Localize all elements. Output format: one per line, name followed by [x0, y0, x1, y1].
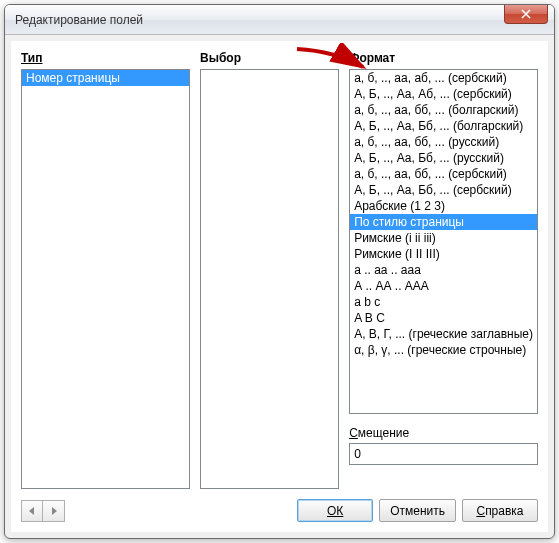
- format-listbox[interactable]: а, б, .., аа, аб, ... (сербский)А, Б, ..…: [349, 69, 538, 414]
- list-item[interactable]: а .. аа .. ааа: [350, 262, 537, 278]
- prev-button[interactable]: [21, 500, 43, 522]
- type-column: Тип Номер страницы: [21, 51, 190, 489]
- footer: ОК Отменить Справка: [21, 499, 538, 522]
- offset-label: Смещение: [349, 426, 538, 440]
- list-item[interactable]: Номер страницы: [22, 70, 189, 86]
- list-item[interactable]: a b c: [350, 294, 537, 310]
- list-item[interactable]: а, б, .., аа, бб, ... (русский): [350, 134, 537, 150]
- dialog-window: Редактирование полей Тип Номер страницы …: [4, 4, 555, 539]
- list-item[interactable]: α, β, γ, ... (греческие строчные): [350, 342, 537, 358]
- list-item[interactable]: а, б, .., аа, бб, ... (сербский): [350, 166, 537, 182]
- help-button[interactable]: Справка: [462, 499, 538, 522]
- titlebar: Редактирование полей: [5, 5, 554, 35]
- format-label: Формат: [349, 51, 538, 65]
- type-label: Тип: [21, 51, 190, 65]
- list-item[interactable]: Римские (I II III): [350, 246, 537, 262]
- list-item[interactable]: А, В, Г, ... (греческие заглавные): [350, 326, 537, 342]
- close-icon: [521, 9, 531, 19]
- close-button[interactable]: [504, 5, 548, 24]
- list-item[interactable]: а, б, .., аа, бб, ... (болгарский): [350, 102, 537, 118]
- list-item[interactable]: A B C: [350, 310, 537, 326]
- list-item[interactable]: А .. АА .. ААА: [350, 278, 537, 294]
- format-column: Формат а, б, .., аа, аб, ... (сербский)А…: [349, 51, 538, 489]
- select-label: Выбор: [200, 51, 339, 65]
- cancel-button[interactable]: Отменить: [379, 499, 456, 522]
- list-item[interactable]: А, Б, .., Аа, Бб, ... (болгарский): [350, 118, 537, 134]
- list-item[interactable]: А, Б, .., Аа, Бб, ... (русский): [350, 150, 537, 166]
- select-column: Выбор: [200, 51, 339, 489]
- list-item[interactable]: Арабские (1 2 3): [350, 198, 537, 214]
- triangle-right-icon: [50, 506, 58, 516]
- list-item[interactable]: Римские (i ii iii): [350, 230, 537, 246]
- type-listbox[interactable]: Номер страницы: [21, 69, 190, 489]
- nav-buttons: [21, 500, 65, 522]
- next-button[interactable]: [43, 500, 65, 522]
- offset-row: Смещение: [349, 426, 538, 465]
- ok-button[interactable]: ОК: [297, 499, 373, 522]
- window-title: Редактирование полей: [15, 13, 143, 27]
- select-listbox[interactable]: [200, 69, 339, 489]
- list-item[interactable]: По стилю страницы: [350, 214, 537, 230]
- triangle-left-icon: [28, 506, 36, 516]
- list-item[interactable]: А, Б, .., Аа, Аб, ... (сербский): [350, 86, 537, 102]
- list-item[interactable]: А, Б, .., Аа, Бб, ... (сербский): [350, 182, 537, 198]
- offset-input[interactable]: [349, 443, 538, 465]
- dialog-body: Тип Номер страницы Выбор Формат а, б, ..…: [11, 41, 548, 532]
- columns: Тип Номер страницы Выбор Формат а, б, ..…: [21, 51, 538, 489]
- list-item[interactable]: а, б, .., аа, аб, ... (сербский): [350, 70, 537, 86]
